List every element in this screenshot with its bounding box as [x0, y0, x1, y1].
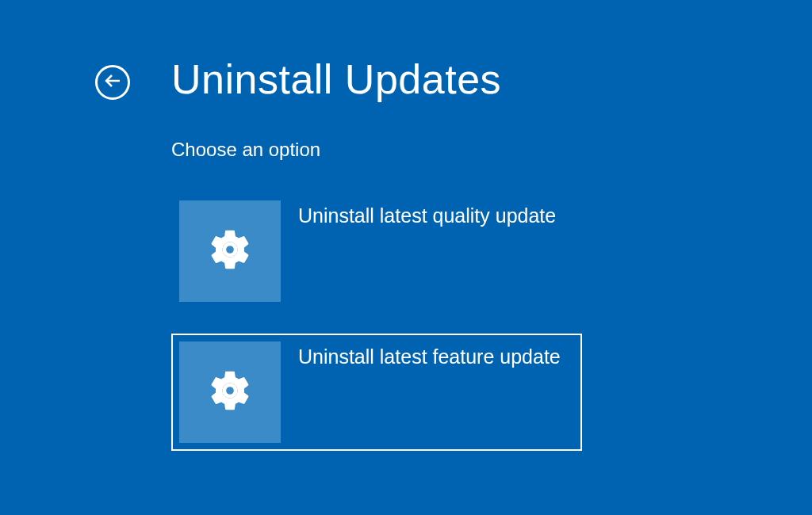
- page-container: Uninstall Updates Choose an option Unins…: [0, 0, 812, 451]
- arrow-left-icon: [103, 71, 122, 93]
- page-title: Uninstall Updates: [171, 55, 501, 103]
- header: Uninstall Updates: [95, 55, 812, 103]
- option-icon-tile: [179, 200, 281, 302]
- gear-icon: [207, 368, 253, 417]
- option-uninstall-quality-update[interactable]: Uninstall latest quality update: [171, 193, 582, 310]
- option-label: Uninstall latest feature update: [298, 341, 561, 369]
- content-area: Choose an option Uninstall latest qualit…: [95, 139, 812, 451]
- option-uninstall-feature-update[interactable]: Uninstall latest feature update: [171, 334, 582, 451]
- option-label: Uninstall latest quality update: [298, 200, 556, 228]
- subtitle: Choose an option: [171, 139, 812, 161]
- gear-icon: [207, 227, 253, 276]
- back-button[interactable]: [95, 65, 130, 100]
- option-icon-tile: [179, 341, 281, 443]
